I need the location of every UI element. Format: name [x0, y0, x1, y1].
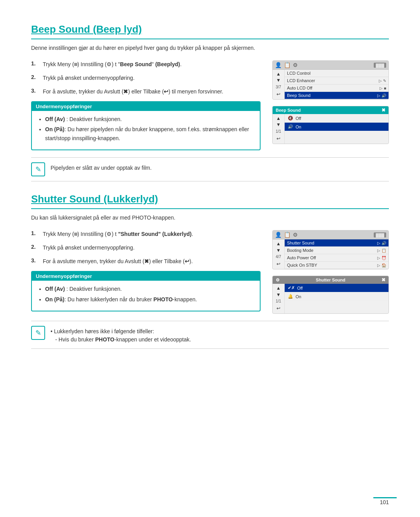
cam-nav-btns: ▲ ▼ 4/7 ↩ — [273, 239, 285, 269]
step-num: 2. — [31, 74, 39, 80]
back-btn[interactable]: ↩ — [275, 91, 282, 98]
step-text: Trykk Meny (⊞) Innstilling (⚙) t "Beep S… — [43, 60, 182, 69]
cam-items: ✔✗ Off 🔔 On — [285, 284, 388, 313]
note-icon: ✎ — [31, 162, 45, 176]
row-label: Beep Sound — [287, 93, 375, 98]
step-text: For å avslutte menyen, trykker du Avslut… — [43, 257, 193, 266]
row-label: Shutter Sound — [287, 241, 375, 245]
cam-item-on: 🔔 On — [285, 292, 388, 301]
cam-side: ▲ ▼ 1/1 ↩ 🔇 Off 🔊 On — [273, 114, 388, 144]
person-icon: 👤 — [275, 232, 282, 238]
step2-2: 2. Trykk på ønsket undermenyoppføring. — [31, 244, 261, 252]
panel-title: Shutter Sound — [316, 278, 345, 282]
list-item: On (På): Du hører lukkerlyden når du bru… — [45, 295, 254, 304]
row-arrow: ▷ 📋 — [377, 248, 386, 253]
step-text: Trykk på ønsket undermenyoppføring. — [43, 74, 135, 82]
subbox-list: Off (Av) : Deaktiver funksjonen. On (På)… — [38, 285, 254, 304]
up-arrow[interactable]: ▲ — [276, 71, 281, 77]
item-icon: 🔇 — [288, 116, 293, 121]
note-text: • Lukkerlyden høres ikke i følgende tilf… — [51, 326, 191, 344]
row-label: Auto Power Off — [287, 255, 375, 260]
row-label: Quick On STBY — [287, 263, 375, 267]
section1-note: ✎ Pipelyden er slått av under opptak av … — [31, 157, 389, 181]
page-indicator: 1/1 — [274, 298, 283, 304]
cam-row-beep: Beep Sound ▷ 🔊 — [285, 92, 388, 99]
cam-row-shutter: Shutter Sound ▷ 🔊 — [285, 239, 388, 247]
list-item: On (På): Du hører pipelyden når du bruke… — [45, 125, 254, 142]
up-arrow[interactable]: ▲ — [276, 116, 281, 121]
page-indicator: 3/7 — [274, 84, 283, 90]
item-icon: 🔊 — [288, 124, 293, 129]
cam-panel-4: ⚙ Shutter Sound ✖ ▲ ▼ 1/1 ↩ ✔✗ Off — [272, 276, 389, 314]
cam-item-on: 🔊 On — [285, 123, 388, 131]
row-arrow: ▷ 🔊 — [377, 241, 386, 245]
page-line — [373, 497, 397, 498]
settings-icon: ⚙ — [293, 62, 298, 68]
row-arrow: ▷ ■ — [380, 86, 386, 90]
cam-title-row: ⚙ Shutter Sound ✖ — [273, 276, 388, 284]
step-num: 2. — [31, 244, 39, 250]
cam-items: 🔇 Off 🔊 On — [285, 114, 388, 144]
cam-row-quick-stby: Quick On STBY ▷ 🏠 — [285, 262, 388, 269]
up-arrow[interactable]: ▲ — [276, 285, 281, 291]
cam-title-row: Beep Sound ✖ — [273, 106, 388, 114]
subbox-title: Undermenyoppføringer — [32, 102, 260, 111]
cam-item-off: 🔇 Off — [285, 114, 388, 123]
back-btn[interactable]: ↩ — [275, 260, 282, 267]
subbox-title: Undermenyoppføringer — [32, 272, 260, 281]
step-num: 1. — [31, 60, 39, 67]
up-arrow[interactable]: ▲ — [276, 241, 281, 246]
page-indicator: 1/1 — [274, 128, 283, 134]
subbox-list: Off (Av) : Deaktiver funksjonen. On (På)… — [38, 115, 254, 142]
down-arrow[interactable]: ▼ — [276, 122, 281, 127]
section1-subbox: Undermenyoppføringer Off (Av) : Deaktive… — [31, 101, 261, 150]
cam-row-auto-power: Auto Power Off ▷ ⏰ — [285, 254, 388, 262]
section2-description: Du kan slå lukkersignalet på eller av me… — [31, 215, 389, 221]
battery-icon: ▓▓▓ — [374, 232, 386, 237]
row-label: LCD Enhancer — [287, 78, 376, 83]
section2-right: 👤 📋 ⚙ ▓▓▓ ▲ ▼ 4/7 ↩ Shutter Sound ▷ 🔊 — [272, 230, 389, 314]
section2-note: ✎ • Lukkerlyden høres ikke i følgende ti… — [31, 321, 389, 349]
row-arrow: ▷ 🔊 — [377, 93, 386, 98]
step-num: 1. — [31, 230, 39, 236]
close-icon[interactable]: ✖ — [382, 277, 385, 283]
settings-icon: ⚙ — [293, 232, 298, 238]
step-text: Trykk på ønsket undermenyoppføring. — [43, 244, 135, 252]
row-label: Booting Mode — [287, 248, 375, 253]
row-arrow: ▷ ✎ — [379, 79, 386, 83]
down-arrow[interactable]: ▼ — [276, 292, 281, 297]
note-icon: ✎ — [31, 326, 45, 340]
step2-3: 3. For å avslutte menyen, trykker du Avs… — [31, 257, 261, 266]
page-number: 101 — [380, 499, 389, 505]
cam-side: ▲ ▼ 4/7 ↩ Shutter Sound ▷ 🔊 Booting Mode… — [273, 239, 388, 269]
cam-row-lcd-enhancer: LCD Enhancer ▷ ✎ — [285, 77, 388, 84]
step1-2: 2. Trykk på ønsket undermenyoppføring. — [31, 74, 261, 82]
cam-panel-1: 👤 📋 ⚙ ▓▓▓ ▲ ▼ 3/7 ↩ LCD Control LCD — [272, 60, 389, 100]
note-text: Pipelyden er slått av under opptak av fi… — [51, 162, 152, 172]
person-icon: 👤 — [275, 62, 282, 68]
cam-row-auto-lcd: Auto LCD Off ▷ ■ — [285, 84, 388, 92]
back-btn[interactable]: ↩ — [275, 305, 282, 312]
cam-header: 👤 📋 ⚙ ▓▓▓ — [273, 61, 388, 70]
step1-1: 1. Trykk Meny (⊞) Innstilling (⚙) t "Bee… — [31, 60, 261, 69]
cam-row-lcd-control: LCD Control — [285, 70, 388, 77]
down-arrow[interactable]: ▼ — [276, 77, 281, 83]
page-indicator: 4/7 — [274, 254, 283, 260]
back-btn[interactable]: ↩ — [275, 135, 282, 142]
down-arrow[interactable]: ▼ — [276, 248, 281, 253]
cam-rows: LCD Control LCD Enhancer ▷ ✎ Auto LCD Of… — [285, 70, 388, 99]
cam-nav-btns: ▲ ▼ 1/1 ↩ — [273, 284, 285, 313]
row-arrow: ▷ 🏠 — [377, 263, 386, 267]
step-text: For å avslutte, trykker du Avslutt (✖) e… — [43, 88, 223, 96]
row-arrow: ▷ ⏰ — [377, 256, 386, 260]
cam-panel-3: 👤 📋 ⚙ ▓▓▓ ▲ ▼ 4/7 ↩ Shutter Sound ▷ 🔊 — [272, 230, 389, 269]
section1-title: Beep Sound (Beep lyd) — [31, 23, 389, 39]
cam-side: ▲ ▼ 1/1 ↩ ✔✗ Off 🔔 On — [273, 284, 388, 313]
item-label: On — [296, 125, 301, 129]
section1-left: 1. Trykk Meny (⊞) Innstilling (⚙) t "Bee… — [31, 60, 261, 150]
panel-title: Beep Sound — [276, 108, 301, 113]
menu-icon: 📋 — [284, 232, 290, 238]
close-icon[interactable]: ✖ — [382, 107, 385, 113]
cam-nav-btns: ▲ ▼ 1/1 ↩ — [273, 114, 285, 144]
item-label: On — [296, 294, 301, 299]
